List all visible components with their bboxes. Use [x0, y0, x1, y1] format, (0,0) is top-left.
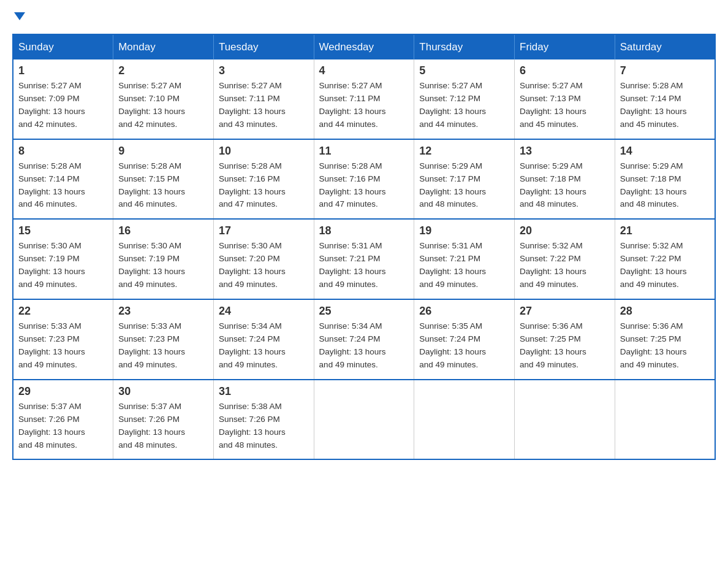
weekday-header-sunday: Sunday	[13, 34, 113, 59]
day-info: Sunrise: 5:31 AMSunset: 7:21 PMDaylight:…	[319, 240, 409, 291]
calendar-cell: 8 Sunrise: 5:28 AMSunset: 7:14 PMDayligh…	[13, 139, 113, 220]
day-number: 24	[219, 305, 309, 318]
calendar-cell: 26 Sunrise: 5:35 AMSunset: 7:24 PMDaylig…	[414, 299, 515, 380]
calendar-table: SundayMondayTuesdayWednesdayThursdayFrid…	[12, 34, 716, 460]
calendar-cell: 15 Sunrise: 5:30 AMSunset: 7:19 PMDaylig…	[13, 219, 113, 299]
calendar-cell: 16 Sunrise: 5:30 AMSunset: 7:19 PMDaylig…	[113, 219, 214, 299]
day-info: Sunrise: 5:27 AMSunset: 7:11 PMDaylight:…	[219, 80, 309, 131]
day-number: 20	[520, 224, 610, 237]
day-number: 18	[319, 224, 409, 237]
calendar-cell: 25 Sunrise: 5:34 AMSunset: 7:24 PMDaylig…	[314, 299, 414, 380]
day-info: Sunrise: 5:27 AMSunset: 7:10 PMDaylight:…	[118, 80, 208, 131]
calendar-week-row: 1 Sunrise: 5:27 AMSunset: 7:09 PMDayligh…	[13, 59, 715, 139]
day-number: 15	[18, 224, 108, 237]
day-info: Sunrise: 5:28 AMSunset: 7:16 PMDaylight:…	[319, 160, 409, 212]
day-number: 29	[18, 385, 108, 398]
day-info: Sunrise: 5:29 AMSunset: 7:17 PMDaylight:…	[419, 160, 509, 212]
day-number: 7	[620, 64, 710, 77]
calendar-cell: 4 Sunrise: 5:27 AMSunset: 7:11 PMDayligh…	[314, 59, 414, 139]
weekday-header-thursday: Thursday	[414, 34, 515, 59]
calendar-cell	[314, 380, 414, 460]
calendar-cell: 30 Sunrise: 5:37 AMSunset: 7:26 PMDaylig…	[113, 380, 214, 460]
logo	[12, 12, 25, 21]
day-number: 28	[620, 305, 710, 318]
day-number: 21	[620, 224, 710, 237]
day-info: Sunrise: 5:34 AMSunset: 7:24 PMDaylight:…	[319, 320, 409, 372]
calendar-cell: 19 Sunrise: 5:31 AMSunset: 7:21 PMDaylig…	[414, 219, 515, 299]
day-info: Sunrise: 5:33 AMSunset: 7:23 PMDaylight:…	[118, 320, 208, 372]
day-info: Sunrise: 5:28 AMSunset: 7:16 PMDaylight:…	[219, 160, 309, 212]
calendar-cell: 14 Sunrise: 5:29 AMSunset: 7:18 PMDaylig…	[615, 139, 715, 220]
day-number: 17	[219, 224, 309, 237]
day-info: Sunrise: 5:37 AMSunset: 7:26 PMDaylight:…	[118, 400, 208, 452]
day-info: Sunrise: 5:29 AMSunset: 7:18 PMDaylight:…	[520, 160, 610, 212]
calendar-cell: 7 Sunrise: 5:28 AMSunset: 7:14 PMDayligh…	[615, 59, 715, 139]
calendar-cell: 2 Sunrise: 5:27 AMSunset: 7:10 PMDayligh…	[113, 59, 214, 139]
day-number: 26	[419, 305, 509, 318]
day-number: 10	[219, 145, 309, 158]
day-number: 27	[520, 305, 610, 318]
weekday-header-monday: Monday	[113, 34, 214, 59]
day-info: Sunrise: 5:32 AMSunset: 7:22 PMDaylight:…	[620, 240, 710, 291]
calendar-cell: 5 Sunrise: 5:27 AMSunset: 7:12 PMDayligh…	[414, 59, 515, 139]
calendar-week-row: 15 Sunrise: 5:30 AMSunset: 7:19 PMDaylig…	[13, 219, 715, 299]
day-info: Sunrise: 5:37 AMSunset: 7:26 PMDaylight:…	[18, 400, 108, 452]
day-info: Sunrise: 5:30 AMSunset: 7:19 PMDaylight:…	[18, 240, 108, 291]
calendar-cell: 6 Sunrise: 5:27 AMSunset: 7:13 PMDayligh…	[515, 59, 615, 139]
day-info: Sunrise: 5:35 AMSunset: 7:24 PMDaylight:…	[419, 320, 509, 372]
calendar-cell: 22 Sunrise: 5:33 AMSunset: 7:23 PMDaylig…	[13, 299, 113, 380]
calendar-cell: 27 Sunrise: 5:36 AMSunset: 7:25 PMDaylig…	[515, 299, 615, 380]
calendar-cell: 31 Sunrise: 5:38 AMSunset: 7:26 PMDaylig…	[213, 380, 314, 460]
day-number: 8	[18, 145, 108, 158]
day-info: Sunrise: 5:31 AMSunset: 7:21 PMDaylight:…	[419, 240, 509, 291]
day-number: 31	[219, 385, 309, 398]
day-info: Sunrise: 5:27 AMSunset: 7:11 PMDaylight:…	[319, 80, 409, 131]
calendar-cell	[515, 380, 615, 460]
calendar-week-row: 22 Sunrise: 5:33 AMSunset: 7:23 PMDaylig…	[13, 299, 715, 380]
day-number: 14	[620, 145, 710, 158]
calendar-week-row: 29 Sunrise: 5:37 AMSunset: 7:26 PMDaylig…	[13, 380, 715, 460]
weekday-header-saturday: Saturday	[615, 34, 715, 59]
day-number: 23	[118, 305, 208, 318]
day-number: 9	[118, 145, 208, 158]
calendar-cell: 21 Sunrise: 5:32 AMSunset: 7:22 PMDaylig…	[615, 219, 715, 299]
day-info: Sunrise: 5:28 AMSunset: 7:14 PMDaylight:…	[18, 160, 108, 212]
calendar-cell: 24 Sunrise: 5:34 AMSunset: 7:24 PMDaylig…	[213, 299, 314, 380]
day-info: Sunrise: 5:30 AMSunset: 7:19 PMDaylight:…	[118, 240, 208, 291]
weekday-header-friday: Friday	[515, 34, 615, 59]
day-info: Sunrise: 5:28 AMSunset: 7:14 PMDaylight:…	[620, 80, 710, 131]
calendar-header-row: SundayMondayTuesdayWednesdayThursdayFrid…	[13, 34, 715, 59]
day-number: 6	[520, 64, 610, 77]
day-info: Sunrise: 5:36 AMSunset: 7:25 PMDaylight:…	[520, 320, 610, 372]
day-number: 5	[419, 64, 509, 77]
calendar-cell: 18 Sunrise: 5:31 AMSunset: 7:21 PMDaylig…	[314, 219, 414, 299]
day-number: 16	[118, 224, 208, 237]
calendar-cell: 11 Sunrise: 5:28 AMSunset: 7:16 PMDaylig…	[314, 139, 414, 220]
day-info: Sunrise: 5:36 AMSunset: 7:25 PMDaylight:…	[620, 320, 710, 372]
day-info: Sunrise: 5:32 AMSunset: 7:22 PMDaylight:…	[520, 240, 610, 291]
calendar-cell	[414, 380, 515, 460]
logo-arrow-icon	[14, 12, 25, 20]
day-info: Sunrise: 5:28 AMSunset: 7:15 PMDaylight:…	[118, 160, 208, 212]
page-header	[12, 12, 716, 21]
day-number: 1	[18, 64, 108, 77]
day-number: 2	[118, 64, 208, 77]
calendar-cell: 1 Sunrise: 5:27 AMSunset: 7:09 PMDayligh…	[13, 59, 113, 139]
calendar-cell: 29 Sunrise: 5:37 AMSunset: 7:26 PMDaylig…	[13, 380, 113, 460]
calendar-cell: 28 Sunrise: 5:36 AMSunset: 7:25 PMDaylig…	[615, 299, 715, 380]
calendar-cell: 12 Sunrise: 5:29 AMSunset: 7:17 PMDaylig…	[414, 139, 515, 220]
calendar-cell: 13 Sunrise: 5:29 AMSunset: 7:18 PMDaylig…	[515, 139, 615, 220]
calendar-week-row: 8 Sunrise: 5:28 AMSunset: 7:14 PMDayligh…	[13, 139, 715, 220]
day-info: Sunrise: 5:30 AMSunset: 7:20 PMDaylight:…	[219, 240, 309, 291]
calendar-cell	[615, 380, 715, 460]
calendar-cell: 20 Sunrise: 5:32 AMSunset: 7:22 PMDaylig…	[515, 219, 615, 299]
day-info: Sunrise: 5:34 AMSunset: 7:24 PMDaylight:…	[219, 320, 309, 372]
day-number: 4	[319, 64, 409, 77]
calendar-cell: 23 Sunrise: 5:33 AMSunset: 7:23 PMDaylig…	[113, 299, 214, 380]
day-info: Sunrise: 5:27 AMSunset: 7:12 PMDaylight:…	[419, 80, 509, 131]
day-info: Sunrise: 5:27 AMSunset: 7:09 PMDaylight:…	[18, 80, 108, 131]
day-number: 13	[520, 145, 610, 158]
day-info: Sunrise: 5:29 AMSunset: 7:18 PMDaylight:…	[620, 160, 710, 212]
day-info: Sunrise: 5:33 AMSunset: 7:23 PMDaylight:…	[18, 320, 108, 372]
day-number: 3	[219, 64, 309, 77]
